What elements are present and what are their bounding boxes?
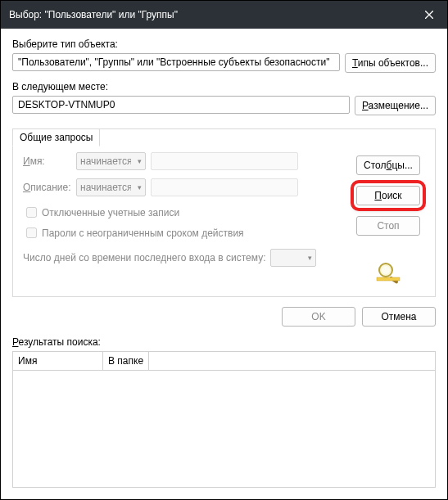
location-label: В следующем месте:	[12, 81, 436, 92]
query-buttons: Столбцы... Поиск Стоп	[351, 152, 425, 283]
object-type-label: Выберите тип объекта:	[12, 38, 436, 50]
column-name-header[interactable]: Имя	[13, 352, 103, 370]
search-highlight: Поиск	[354, 183, 423, 208]
query-fields: Имя: начинается с▾ Описание: начинается …	[23, 152, 351, 283]
ok-button[interactable]: OK	[282, 307, 355, 327]
disabled-accounts-checkbox[interactable]: Отключенные учетные записи	[23, 205, 351, 220]
results-label: Результаты поиска:	[12, 336, 436, 348]
description-match-value: начинается с	[80, 182, 131, 193]
results-table[interactable]: Имя В папке	[12, 351, 436, 488]
svg-point-3	[382, 266, 390, 274]
days-since-logon-combo[interactable]: ▾	[270, 249, 316, 267]
close-icon	[425, 11, 433, 19]
description-label: Описание:	[23, 182, 76, 193]
days-since-logon-label: Число дней со времени последнего входа в…	[23, 252, 265, 264]
name-label: Имя:	[23, 155, 76, 167]
disabled-accounts-box[interactable]	[26, 207, 37, 218]
client-area: Выберите тип объекта: "Пользователи", "Г…	[1, 29, 447, 499]
chevron-down-icon: ▾	[138, 157, 142, 165]
search-icon	[375, 260, 401, 283]
chevron-down-icon: ▾	[308, 254, 312, 262]
column-folder-header[interactable]: В папке	[103, 352, 149, 370]
name-match-combo[interactable]: начинается с▾	[76, 152, 146, 170]
results-header: Имя В папке	[13, 352, 435, 371]
window-title: Выбор: "Пользователи" или "Группы"	[9, 9, 178, 20]
location-button[interactable]: Размещение...	[355, 96, 436, 115]
object-type-field[interactable]: "Пользователи", "Группы" или "Встроенные…	[12, 53, 340, 71]
cancel-button[interactable]: Отмена	[362, 307, 436, 327]
name-match-value: начинается с	[80, 155, 131, 167]
close-button[interactable]	[411, 1, 447, 29]
disabled-accounts-label: Отключенные учетные записи	[42, 207, 179, 218]
object-types-button[interactable]: Типы объектов...	[345, 53, 436, 73]
name-input[interactable]	[151, 152, 298, 170]
columns-button[interactable]: Столбцы...	[356, 155, 420, 175]
description-match-combo[interactable]: начинается с▾	[76, 178, 146, 196]
nonexp-passwords-checkbox[interactable]: Пароли с неограниченным сроком действия	[23, 225, 351, 241]
common-queries-group: Общие запросы Имя: начинается с▾ Описани…	[12, 128, 436, 297]
title-bar: Выбор: "Пользователи" или "Группы"	[1, 1, 447, 29]
location-field[interactable]: DESKTOP-VTNMUP0	[12, 96, 350, 114]
stop-button[interactable]: Стоп	[356, 216, 420, 236]
svg-rect-5	[377, 277, 400, 281]
description-input[interactable]	[151, 178, 298, 196]
nonexp-passwords-box[interactable]	[26, 227, 37, 238]
dialog-buttons: OK Отмена	[12, 297, 436, 336]
nonexp-passwords-label: Пароли с неограниченным сроком действия	[42, 227, 244, 239]
common-queries-tab[interactable]: Общие запросы	[12, 128, 100, 146]
search-button[interactable]: Поиск	[356, 186, 420, 205]
chevron-down-icon: ▾	[138, 183, 142, 191]
